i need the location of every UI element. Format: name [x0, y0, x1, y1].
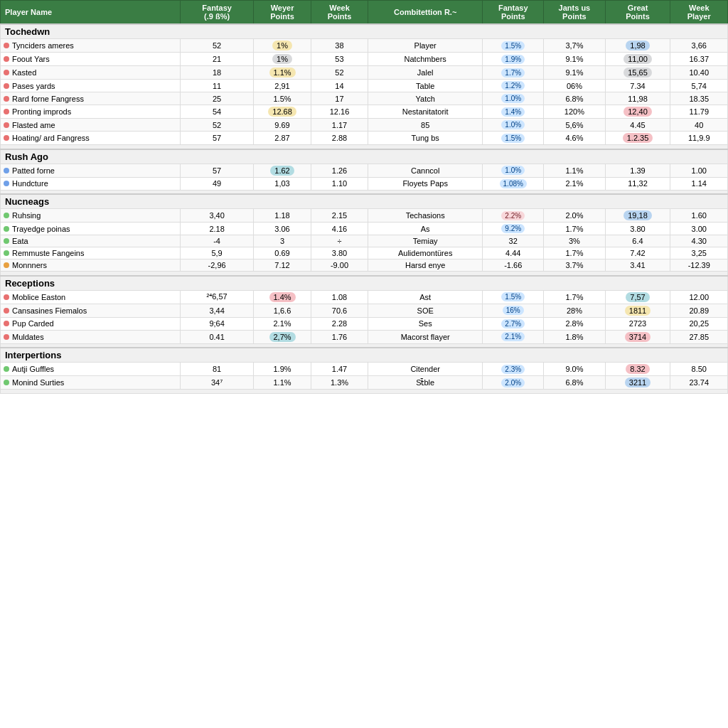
- section-header-2: Nucneags: [1, 194, 728, 209]
- table-row: Ruhsing3,401.182.15Techasions2.2%2.0%19,…: [1, 209, 728, 223]
- fp-badge: 1.5%: [501, 41, 525, 50]
- fp-badge: 2.3%: [501, 365, 525, 374]
- fantasy-points-cell: 2.2%: [483, 209, 544, 223]
- player-name-text: Hoating/ ard Fangress: [12, 134, 90, 142]
- section-header-1: Rush Ago: [1, 149, 728, 164]
- player-dot: [4, 43, 9, 48]
- fantasy-pct-cell: 49: [180, 177, 253, 190]
- week-points-cell: 3.80: [311, 247, 368, 259]
- weyer-points-cell: 2,7%: [254, 330, 311, 343]
- great-points-cell: 15,65: [605, 66, 670, 80]
- week-player-cell: 1.14: [670, 177, 728, 190]
- combitettion-cell: As: [368, 223, 483, 235]
- weyer-badge: 1.4%: [269, 292, 296, 302]
- great-points-cell: 1811: [605, 304, 670, 317]
- gp-badge: 3211: [625, 378, 651, 387]
- col-combitettion[interactable]: Combitettion R.~: [368, 1, 483, 25]
- fp-badge: 2.7%: [501, 319, 525, 328]
- fantasy-points-cell: 1.0%: [483, 164, 544, 177]
- week-player-cell: 10.40: [670, 66, 728, 80]
- player-name-cell: Tynciders ameres: [1, 39, 181, 53]
- weyer-badge: 1.62: [270, 166, 294, 176]
- combitettion-cell: 85: [368, 119, 483, 132]
- table-row: Hundcture491,031.10Floyets Paps1.08%2.1%…: [1, 177, 728, 190]
- player-name-cell: Eata: [1, 235, 181, 247]
- fantasy-points-cell: -1.66: [483, 259, 544, 272]
- week-player-cell: 40: [670, 119, 728, 132]
- header-row: Player Name Fantasy(.9 ß%) WeyerPoints W…: [1, 1, 728, 25]
- col-great-points[interactable]: GreatPoints: [605, 1, 670, 25]
- combitettion-cell: Aulidemontüres: [368, 247, 483, 259]
- week-player-cell: -12.39: [670, 259, 728, 272]
- fp-badge: 9.2%: [501, 224, 525, 233]
- week-player-cell: 23.74: [670, 376, 728, 390]
- fantasy-pct-cell: 21: [180, 53, 253, 66]
- fantasy-pct-cell: ²⁴6,57: [180, 290, 253, 304]
- weyer-badge: 1%: [272, 54, 292, 64]
- week-points-cell: 12.16: [311, 105, 368, 119]
- col-week-player[interactable]: WeekPlayer: [670, 1, 728, 25]
- great-points-cell: 1.39: [605, 164, 670, 177]
- jants-points-cell: 6.8%: [544, 376, 605, 390]
- player-name-cell: Moblice Easton: [1, 290, 181, 304]
- jants-points-cell: 2.8%: [544, 317, 605, 330]
- jants-points-cell: 2.1%: [544, 177, 605, 190]
- jants-points-cell: 1.7%: [544, 290, 605, 304]
- player-name-text: Rard forne Fangress: [12, 95, 84, 103]
- jants-points-cell: 120%: [544, 105, 605, 119]
- player-name-cell: Ruhsing: [1, 209, 181, 223]
- player-name-cell: Muldates: [1, 330, 181, 343]
- player-name-cell: Flasted ame: [1, 119, 181, 132]
- fantasy-pct-cell: -4: [180, 235, 253, 247]
- week-player-cell: 3,66: [670, 39, 728, 53]
- fantasy-points-cell: 1.08%: [483, 177, 544, 190]
- col-weyer-points[interactable]: WeyerPoints: [254, 1, 311, 25]
- fantasy-points-cell: 9.2%: [483, 223, 544, 235]
- weyer-points-cell: 1.62: [254, 164, 311, 177]
- player-name-cell: Rard forne Fangress: [1, 92, 181, 105]
- great-points-cell: 11,98: [605, 92, 670, 105]
- player-dot: [4, 334, 9, 340]
- player-name-text: Autji Guffles: [12, 365, 54, 373]
- player-dot: [4, 109, 9, 114]
- fantasy-pct-cell: 3,40: [180, 209, 253, 223]
- week-player-cell: 1.00: [670, 164, 728, 177]
- combitettion-cell: Citender: [368, 363, 483, 376]
- weyer-points-cell: 1,03: [254, 177, 311, 190]
- gp-badge: 1811: [625, 306, 651, 316]
- player-name-cell: Foout Yars: [1, 53, 181, 66]
- week-points-cell: 4.16: [311, 223, 368, 235]
- fantasy-pct-cell: 81: [180, 363, 253, 376]
- col-fantasy-points[interactable]: FantasyPoints: [483, 1, 544, 25]
- fp-badge: 1.5%: [501, 134, 525, 143]
- weyer-points-cell: 3.06: [254, 223, 311, 235]
- gp-badge: 3714: [625, 332, 651, 342]
- player-name-cell: Remmuste Fangeins: [1, 247, 181, 259]
- col-week-points[interactable]: WeekPoints: [311, 1, 368, 25]
- fantasy-pct-cell: 5,9: [180, 247, 253, 259]
- great-points-cell: 11,32: [605, 177, 670, 190]
- fantasy-pct-cell: 52: [180, 39, 253, 53]
- week-points-cell: 17: [311, 92, 368, 105]
- weyer-points-cell: 1%: [254, 53, 311, 66]
- table-row: Moblice Easton²⁴6,571.4%1.08Ast1.5%1.7%7…: [1, 290, 728, 304]
- jants-points-cell: 3,7%: [544, 39, 605, 53]
- combitettion-cell: Table: [368, 80, 483, 92]
- combitettion-cell: Harsd enye: [368, 259, 483, 272]
- week-points-cell: 1.76: [311, 330, 368, 343]
- player-name-text: Tynciders ameres: [12, 41, 74, 50]
- col-jants-points[interactable]: Jants usPoints: [544, 1, 605, 25]
- col-player-name[interactable]: Player Name: [1, 1, 181, 25]
- gp-badge: 11,00: [623, 54, 652, 64]
- fantasy-points-cell: 2.1%: [483, 330, 544, 343]
- fantasy-points-cell: 2.0%: [483, 376, 544, 390]
- table-row: Eata-43÷Temiay323%6.44.30: [1, 235, 728, 247]
- player-dot: [4, 168, 9, 173]
- col-fantasy-pct[interactable]: Fantasy(.9 ß%): [180, 1, 253, 25]
- fantasy-pct-cell: 0.41: [180, 330, 253, 343]
- player-name-text: Ruhsing: [12, 211, 41, 220]
- week-points-cell: 1.10: [311, 177, 368, 190]
- player-dot: [4, 226, 9, 232]
- fp-badge: 1.4%: [501, 107, 525, 117]
- week-player-cell: 5,74: [670, 80, 728, 92]
